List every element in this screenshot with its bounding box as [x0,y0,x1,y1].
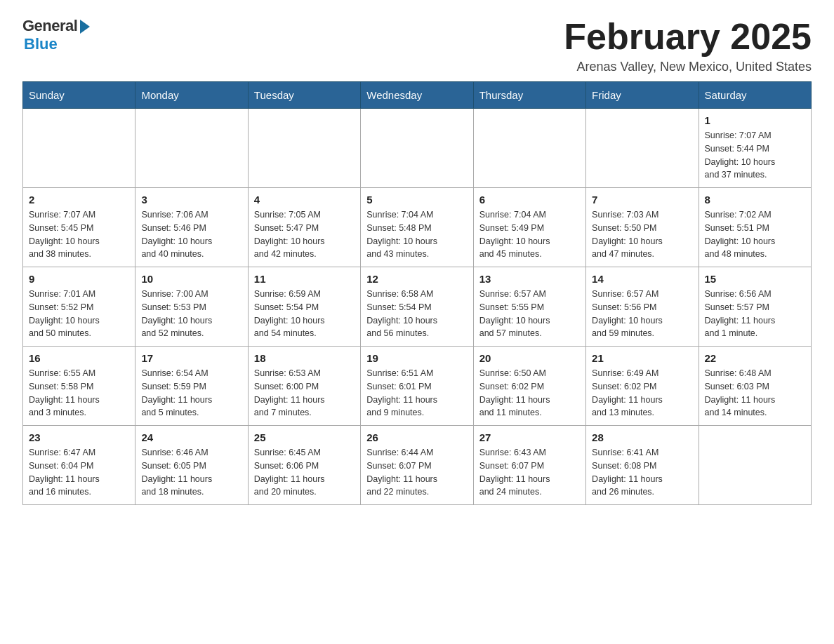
table-row: 3Sunrise: 7:06 AMSunset: 5:46 PMDaylight… [135,188,248,267]
table-row [361,109,473,188]
table-row [699,426,811,505]
table-row [248,109,360,188]
day-info: Sunrise: 6:44 AMSunset: 6:07 PMDaylight:… [366,446,467,499]
day-number: 7 [592,194,692,206]
day-number: 20 [479,352,580,364]
day-number: 24 [141,431,241,443]
day-number: 21 [592,352,692,364]
day-number: 17 [141,352,241,364]
day-info: Sunrise: 6:57 AMSunset: 5:55 PMDaylight:… [479,288,580,340]
calendar-header-row: Sunday Monday Tuesday Wednesday Thursday… [23,82,812,109]
page-header: General Blue February 2025 Arenas Valley… [22,17,812,74]
table-row: 27Sunrise: 6:43 AMSunset: 6:07 PMDayligh… [473,426,585,505]
table-row: 11Sunrise: 6:59 AMSunset: 5:54 PMDayligh… [248,267,360,347]
day-info: Sunrise: 6:43 AMSunset: 6:07 PMDaylight:… [479,446,580,499]
table-row: 9Sunrise: 7:01 AMSunset: 5:52 PMDaylight… [23,267,135,347]
table-row: 4Sunrise: 7:05 AMSunset: 5:47 PMDaylight… [248,188,360,267]
day-number: 5 [366,194,467,206]
day-info: Sunrise: 6:59 AMSunset: 5:54 PMDaylight:… [254,288,355,340]
day-number: 23 [29,431,129,443]
table-row: 15Sunrise: 6:56 AMSunset: 5:57 PMDayligh… [699,267,811,347]
table-row: 26Sunrise: 6:44 AMSunset: 6:07 PMDayligh… [361,426,473,505]
day-info: Sunrise: 6:56 AMSunset: 5:57 PMDaylight:… [705,288,805,340]
day-number: 26 [366,431,467,443]
logo-general-text: General [22,17,77,35]
table-row: 18Sunrise: 6:53 AMSunset: 6:00 PMDayligh… [248,347,360,426]
table-row: 24Sunrise: 6:46 AMSunset: 6:05 PMDayligh… [135,426,248,505]
col-friday: Friday [586,82,699,109]
table-row: 10Sunrise: 7:00 AMSunset: 5:53 PMDayligh… [135,267,248,347]
day-info: Sunrise: 7:07 AMSunset: 5:44 PMDaylight:… [705,129,805,182]
day-info: Sunrise: 7:04 AMSunset: 5:49 PMDaylight:… [479,208,580,261]
day-number: 25 [254,431,355,443]
day-info: Sunrise: 7:00 AMSunset: 5:53 PMDaylight:… [141,288,241,340]
table-row: 1Sunrise: 7:07 AMSunset: 5:44 PMDaylight… [699,109,811,188]
calendar-week-4: 16Sunrise: 6:55 AMSunset: 5:58 PMDayligh… [23,347,812,426]
day-number: 9 [29,273,129,285]
table-row: 13Sunrise: 6:57 AMSunset: 5:55 PMDayligh… [473,267,585,347]
day-number: 22 [705,352,805,364]
calendar-week-5: 23Sunrise: 6:47 AMSunset: 6:04 PMDayligh… [23,426,812,505]
col-sunday: Sunday [23,82,135,109]
calendar-week-2: 2Sunrise: 7:07 AMSunset: 5:45 PMDaylight… [23,188,812,267]
day-number: 1 [705,114,805,126]
col-tuesday: Tuesday [248,82,360,109]
table-row [473,109,585,188]
day-info: Sunrise: 6:48 AMSunset: 6:03 PMDaylight:… [705,367,805,420]
day-info: Sunrise: 6:47 AMSunset: 6:04 PMDaylight:… [29,446,129,499]
month-title: February 2025 [564,17,812,57]
table-row: 6Sunrise: 7:04 AMSunset: 5:49 PMDaylight… [473,188,585,267]
day-number: 8 [705,194,805,206]
table-row: 25Sunrise: 6:45 AMSunset: 6:06 PMDayligh… [248,426,360,505]
day-info: Sunrise: 6:49 AMSunset: 6:02 PMDaylight:… [592,367,692,420]
day-info: Sunrise: 6:55 AMSunset: 5:58 PMDaylight:… [29,367,129,420]
table-row [586,109,699,188]
day-info: Sunrise: 6:53 AMSunset: 6:00 PMDaylight:… [254,367,355,420]
day-info: Sunrise: 6:46 AMSunset: 6:05 PMDaylight:… [141,446,241,499]
day-number: 3 [141,194,241,206]
day-number: 13 [479,273,580,285]
table-row: 16Sunrise: 6:55 AMSunset: 5:58 PMDayligh… [23,347,135,426]
col-monday: Monday [135,82,248,109]
calendar-week-1: 1Sunrise: 7:07 AMSunset: 5:44 PMDaylight… [23,109,812,188]
day-number: 2 [29,194,129,206]
day-info: Sunrise: 7:07 AMSunset: 5:45 PMDaylight:… [29,208,129,261]
logo-blue-text: Blue [24,35,58,53]
day-info: Sunrise: 6:50 AMSunset: 6:02 PMDaylight:… [479,367,580,420]
logo: General Blue [22,17,90,53]
day-info: Sunrise: 6:45 AMSunset: 6:06 PMDaylight:… [254,446,355,499]
day-info: Sunrise: 6:58 AMSunset: 5:54 PMDaylight:… [366,288,467,340]
day-number: 18 [254,352,355,364]
day-info: Sunrise: 6:54 AMSunset: 5:59 PMDaylight:… [141,367,241,420]
day-number: 11 [254,273,355,285]
table-row: 7Sunrise: 7:03 AMSunset: 5:50 PMDaylight… [586,188,699,267]
table-row: 20Sunrise: 6:50 AMSunset: 6:02 PMDayligh… [473,347,585,426]
day-number: 6 [479,194,580,206]
day-number: 19 [366,352,467,364]
table-row: 5Sunrise: 7:04 AMSunset: 5:48 PMDaylight… [361,188,473,267]
table-row: 8Sunrise: 7:02 AMSunset: 5:51 PMDaylight… [699,188,811,267]
day-number: 28 [592,431,692,443]
day-info: Sunrise: 7:01 AMSunset: 5:52 PMDaylight:… [29,288,129,340]
table-row: 17Sunrise: 6:54 AMSunset: 5:59 PMDayligh… [135,347,248,426]
day-number: 10 [141,273,241,285]
day-info: Sunrise: 6:41 AMSunset: 6:08 PMDaylight:… [592,446,692,499]
day-info: Sunrise: 6:57 AMSunset: 5:56 PMDaylight:… [592,288,692,340]
day-info: Sunrise: 7:04 AMSunset: 5:48 PMDaylight:… [366,208,467,261]
table-row: 14Sunrise: 6:57 AMSunset: 5:56 PMDayligh… [586,267,699,347]
col-thursday: Thursday [473,82,585,109]
logo-triangle-icon [80,20,90,34]
day-number: 27 [479,431,580,443]
day-number: 14 [592,273,692,285]
day-number: 4 [254,194,355,206]
day-number: 15 [705,273,805,285]
table-row: 2Sunrise: 7:07 AMSunset: 5:45 PMDaylight… [23,188,135,267]
calendar-table: Sunday Monday Tuesday Wednesday Thursday… [22,81,812,505]
table-row: 23Sunrise: 6:47 AMSunset: 6:04 PMDayligh… [23,426,135,505]
day-info: Sunrise: 7:03 AMSunset: 5:50 PMDaylight:… [592,208,692,261]
title-block: February 2025 Arenas Valley, New Mexico,… [564,17,812,74]
day-number: 16 [29,352,129,364]
table-row: 19Sunrise: 6:51 AMSunset: 6:01 PMDayligh… [361,347,473,426]
day-info: Sunrise: 7:02 AMSunset: 5:51 PMDaylight:… [705,208,805,261]
day-info: Sunrise: 7:05 AMSunset: 5:47 PMDaylight:… [254,208,355,261]
